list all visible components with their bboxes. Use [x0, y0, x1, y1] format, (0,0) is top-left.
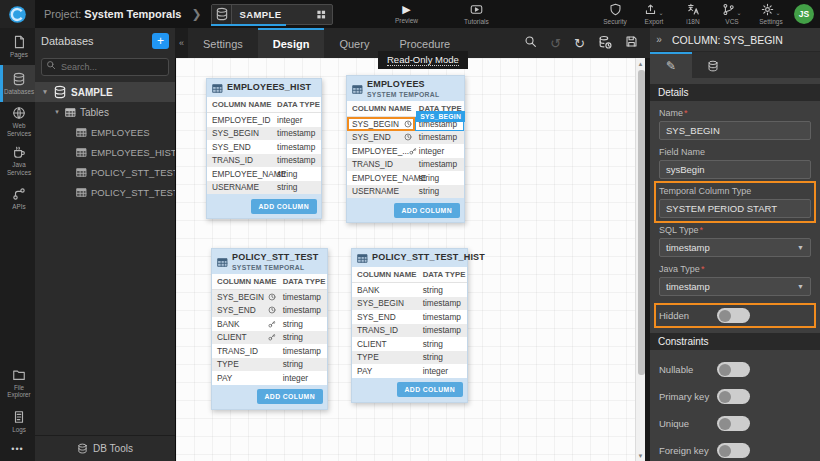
tutorials-button[interactable]: Tutorials [461, 3, 491, 25]
add-column-button[interactable]: ADD COLUMN [397, 382, 463, 397]
tree-item-policy-stt-test[interactable]: POLICY_STT_TEST [35, 162, 175, 182]
canvas-vertical-scrollbar[interactable]: ▲ ▼ [635, 58, 645, 461]
sidebar-item-java-services[interactable]: Java Services [0, 141, 35, 180]
data-type-text: timestamp [277, 128, 315, 138]
db-sync-icon [598, 35, 612, 49]
expand-panel-icon[interactable]: » [653, 34, 665, 45]
input-name[interactable]: SYS_BEGIN [659, 121, 811, 140]
hidden-toggle[interactable] [717, 308, 750, 323]
column-row[interactable]: PAYinteger [212, 371, 327, 385]
tree-item-employees-hist[interactable]: EMPLOYEES_HIST [35, 142, 175, 162]
column-row[interactable]: SYS_ENDtimestamp [212, 304, 327, 318]
table-card-header[interactable]: EMPLOYEESSYSTEM TEMPORAL [347, 76, 464, 101]
topbar-action-export[interactable]: ⌄Export [639, 3, 669, 25]
column-row[interactable]: PAYinteger [352, 364, 467, 378]
column-row[interactable]: CLIENTstring [212, 331, 327, 345]
designer-tab-settings[interactable]: Settings [188, 28, 258, 58]
column-row[interactable]: SYS_ENDtimestamp [347, 131, 464, 145]
select-sql-type[interactable]: timestamp▼ [659, 238, 811, 257]
column-row[interactable]: TYPEstring [352, 351, 467, 365]
search-input[interactable] [41, 58, 169, 76]
sidebar-item-web-services[interactable]: Web Services [0, 102, 35, 141]
tree-item-tables-group[interactable]: ▾Tables [35, 102, 175, 122]
add-database-button[interactable]: + [152, 33, 169, 49]
table-card-header[interactable]: EMPLOYEES_HIST [207, 79, 321, 97]
column-row[interactable]: EMPLOYEE_NAMEstring [347, 171, 464, 185]
column-row[interactable]: USERNAMEstring [207, 181, 321, 195]
scroll-up-arrow[interactable]: ▲ [636, 58, 645, 69]
sidebar-item-pages[interactable]: Pages [0, 28, 35, 65]
sidebar-item-apis[interactable]: APIs [0, 180, 35, 217]
table-card-header[interactable]: POLICY_STT_TESTSYSTEM TEMPORAL [212, 249, 327, 274]
sidebar-item-databases[interactable]: Databases [0, 65, 35, 102]
add-column-button[interactable]: ADD COLUMN [394, 203, 460, 218]
column-row[interactable]: SYS_BEGINtimestampSYS_BEGIN [347, 117, 464, 131]
tree-item-label: EMPLOYEES [91, 127, 150, 138]
app-logo[interactable] [0, 0, 35, 28]
toolbar-save-icon[interactable] [625, 35, 638, 51]
column-row[interactable]: CLIENTstring [352, 337, 467, 351]
column-row[interactable]: TYPEstring [212, 358, 327, 372]
input-temporal-column-type[interactable]: SYSTEM PERIOD START [659, 199, 811, 218]
column-row[interactable]: TRANS_IDtimestamp [352, 324, 467, 338]
column-row[interactable]: BANKstring [352, 283, 467, 297]
tab-database-options[interactable] [692, 52, 734, 78]
preview-button[interactable]: ▶ Preview [391, 4, 421, 24]
column-row[interactable]: TRANS_IDtimestamp [347, 158, 464, 172]
sidebar-item-logs[interactable]: Logs [0, 403, 35, 440]
topbar-action-vcs[interactable]: ⌄VCS [717, 3, 747, 25]
column-row[interactable]: SYS_BEGINtimestamp [207, 127, 321, 141]
unique-toggle[interactable] [717, 416, 750, 431]
inspector-title: COLUMN: SYS_BEGIN [672, 34, 783, 46]
input-field-name[interactable]: sysBegin [659, 160, 811, 179]
nullable-toggle[interactable] [717, 362, 750, 377]
scroll-down-arrow[interactable]: ▼ [636, 450, 645, 461]
topbar-action-security[interactable]: Security [600, 3, 630, 25]
column-row[interactable]: EMPLOYEE_NAMEstring [207, 167, 321, 181]
db-tools-button[interactable]: DB Tools [35, 435, 175, 461]
shield-icon [609, 3, 622, 16]
tree-item-policy-stt-test-hist[interactable]: POLICY_STT_TEST_HIST [35, 182, 175, 202]
toolbar-search-icon[interactable] [524, 35, 537, 51]
add-column-button[interactable]: ADD COLUMN [251, 199, 317, 214]
tree-item-database[interactable]: ▾SAMPLE [35, 82, 175, 102]
tab-edit-properties[interactable]: ✎ [650, 52, 692, 78]
column-name-text: USERNAME [352, 186, 399, 196]
column-row[interactable]: USERNAMEstring [347, 185, 464, 199]
data-type-text: string [277, 182, 297, 192]
column-row[interactable]: EMPLOYEE_...integer [347, 144, 464, 158]
clock-icon [404, 120, 412, 128]
workspace-tab-sample[interactable]: SAMPLE [211, 4, 333, 25]
user-avatar[interactable]: JS [794, 4, 814, 24]
scrollbar-thumb[interactable] [638, 70, 645, 375]
column-row[interactable]: SYS_BEGINtimestamp [352, 297, 467, 311]
column-row[interactable]: SYS_BEGINtimestamp [212, 290, 327, 304]
column-row[interactable]: TRANS_IDtimestamp [207, 154, 321, 168]
primary-key-toggle[interactable] [717, 389, 750, 404]
column-row[interactable]: TRANS_IDtimestamp [212, 344, 327, 358]
designer-tab-design[interactable]: Design [258, 28, 325, 58]
toolbar-redo-icon[interactable]: ↻ [574, 36, 585, 51]
column-row[interactable]: EMPLOYEE_IDinteger [207, 113, 321, 127]
column-row[interactable]: BANKstring [212, 317, 327, 331]
collapse-left-panel-button[interactable]: « [175, 28, 188, 58]
sidebar-item-file-explorer[interactable]: File Explorer [0, 364, 35, 403]
select-java-type[interactable]: timestamp▼ [659, 277, 811, 296]
apps-grid-icon[interactable] [310, 5, 332, 24]
column-name-cell: USERNAME [347, 185, 415, 199]
data-type-header: DATA TYPE [279, 277, 327, 286]
topbar-action-settings[interactable]: ⌄Settings [756, 3, 786, 25]
more-options-button[interactable]: ••• [0, 440, 35, 458]
column-name-cell: EMPLOYEE_NAME [347, 171, 415, 185]
designer-tab-query[interactable]: Query [324, 28, 384, 58]
topbar-action-i18n[interactable]: i18N [678, 3, 708, 25]
toolbar-db-sync-icon[interactable] [598, 35, 612, 52]
foreign-key-toggle[interactable] [717, 443, 750, 458]
column-row[interactable]: SYS_ENDtimestamp [352, 310, 467, 324]
add-column-button[interactable]: ADD COLUMN [257, 389, 323, 404]
toolbar-undo-icon[interactable]: ↺ [550, 36, 561, 51]
sidebar-item-label: File Explorer [2, 384, 36, 399]
tree-item-employees[interactable]: EMPLOYEES [35, 122, 175, 142]
table-card-header[interactable]: POLICY_STT_TEST_HIST [352, 249, 467, 267]
column-row[interactable]: SYS_ENDtimestamp [207, 140, 321, 154]
